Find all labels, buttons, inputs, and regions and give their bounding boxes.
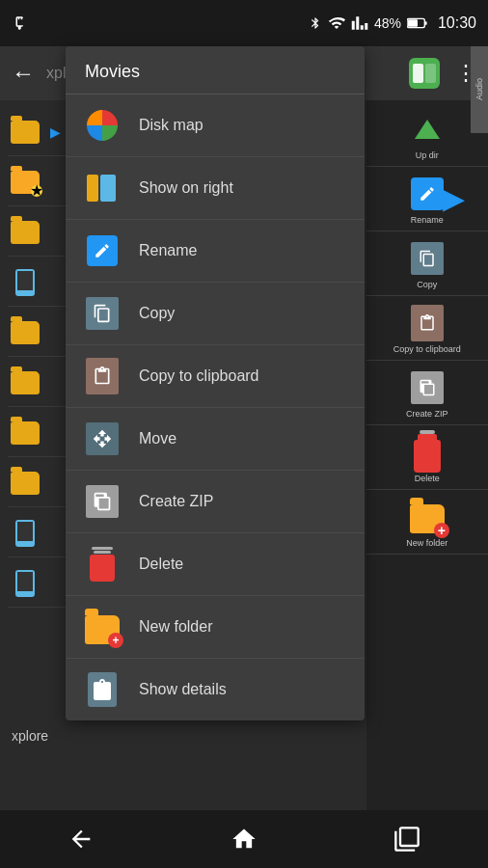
context-menu-title: Movies <box>66 46 365 95</box>
folder-icon <box>8 215 42 250</box>
delete-icon <box>85 547 120 582</box>
folder-icon <box>8 315 42 350</box>
svg-rect-11 <box>17 572 33 591</box>
right-panel-new-folder[interactable]: + New folder <box>366 492 489 555</box>
arrow-indicator: ▶ <box>50 124 61 140</box>
home-nav-button[interactable] <box>221 816 267 862</box>
delete-icon-right <box>408 433 447 472</box>
right-panel-rename[interactable]: Rename <box>366 169 489 231</box>
clipboard-icon <box>85 359 120 393</box>
menu-item-rename[interactable]: Rename <box>66 220 365 283</box>
menu-item-copy-to-clipboard[interactable]: Copy to clipboard <box>66 345 365 408</box>
app-bar-icons: ⋮ <box>409 58 476 89</box>
rename-label-right: Rename <box>411 215 444 225</box>
status-bar: 48% 10:30 <box>0 0 488 46</box>
app-icon <box>409 58 440 89</box>
menu-item-show-on-right[interactable]: Show on right <box>66 157 365 220</box>
nav-bar <box>0 810 488 868</box>
copy-icon <box>85 296 120 331</box>
folder-icon <box>8 115 42 149</box>
delete-label-right: Delete <box>415 474 440 483</box>
context-menu: Movies Disk map Show on right Rename <box>66 46 365 720</box>
right-panel-copy[interactable]: Copy <box>366 233 489 296</box>
show-right-icon <box>85 171 120 205</box>
zip-label-right: Create ZIP <box>406 409 448 419</box>
right-panel-zip[interactable]: Create ZIP <box>366 363 489 425</box>
svg-rect-2 <box>425 21 427 25</box>
rename-label: Rename <box>139 242 197 259</box>
svg-rect-7 <box>17 271 33 290</box>
delete-label: Delete <box>139 556 183 573</box>
clipboard-label-right: Copy to clipboard <box>393 344 461 354</box>
updir-icon <box>408 110 447 149</box>
folder-icon: ★ <box>8 165 42 200</box>
menu-item-copy[interactable]: Copy <box>66 283 365 345</box>
disk-map-label: Disk map <box>139 117 203 134</box>
folder-icon <box>8 516 42 551</box>
svg-rect-1 <box>408 19 418 26</box>
copy-to-clipboard-label: Copy to clipboard <box>139 367 259 385</box>
copy-icon-right <box>408 239 447 278</box>
menu-item-show-details[interactable]: ? Show details <box>66 659 365 720</box>
copy-label-right: Copy <box>417 280 437 289</box>
new-folder-icon: + <box>85 610 120 644</box>
back-button[interactable]: ← <box>12 60 35 87</box>
copy-label: Copy <box>139 305 175 322</box>
battery-percent: 48% <box>374 15 401 31</box>
svg-rect-5 <box>425 64 436 83</box>
new-folder-label-right: New folder <box>406 538 447 548</box>
clipboard-icon-right <box>408 304 447 342</box>
rename-icon <box>85 233 120 268</box>
usb-icon <box>12 14 29 32</box>
clock: 10:30 <box>438 14 476 32</box>
folder-icon <box>8 265 42 300</box>
rename-icon-right <box>408 175 447 213</box>
move-icon <box>85 421 120 456</box>
menu-item-disk-map[interactable]: Disk map <box>66 95 365 157</box>
folder-icon <box>8 466 42 501</box>
new-folder-icon-right: + <box>408 498 447 536</box>
zip-icon <box>85 484 120 519</box>
audio-strip: Audio <box>471 46 488 133</box>
svg-rect-9 <box>17 522 33 541</box>
menu-item-delete[interactable]: Delete <box>66 533 365 596</box>
blue-arrow: ▶ <box>443 181 465 215</box>
folder-icon <box>8 416 42 450</box>
xplore-label: xplore <box>0 719 60 752</box>
back-nav-button[interactable] <box>58 816 104 862</box>
zip-icon-right <box>408 368 447 407</box>
new-folder-label: New folder <box>139 618 212 636</box>
svg-marker-12 <box>415 120 440 139</box>
updir-label: Up dir <box>416 150 439 160</box>
battery-icon <box>407 16 428 30</box>
menu-item-create-zip[interactable]: Create ZIP <box>66 471 365 533</box>
disk-map-icon <box>85 108 120 143</box>
right-panel: Up dir Audio ▶ Rename <box>366 100 489 810</box>
details-icon: ? <box>85 672 120 707</box>
status-right: 48% 10:30 <box>309 14 476 32</box>
right-panel-delete[interactable]: Delete <box>366 427 489 490</box>
wifi-icon <box>328 14 345 32</box>
move-label: Move <box>139 430 176 448</box>
svg-rect-4 <box>413 64 423 83</box>
show-on-right-label: Show on right <box>139 179 233 197</box>
show-details-label: Show details <box>139 681 227 698</box>
folder-icon <box>8 366 42 400</box>
folder-icon <box>8 566 42 601</box>
right-panel-clipboard[interactable]: Copy to clipboard <box>366 298 489 361</box>
bluetooth-icon <box>309 14 322 32</box>
menu-item-new-folder[interactable]: + New folder <box>66 596 365 659</box>
menu-item-move[interactable]: Move <box>66 408 365 471</box>
create-zip-label: Create ZIP <box>139 493 213 510</box>
signal-icon <box>351 14 368 32</box>
status-left <box>12 14 29 32</box>
recents-nav-button[interactable] <box>384 816 430 862</box>
